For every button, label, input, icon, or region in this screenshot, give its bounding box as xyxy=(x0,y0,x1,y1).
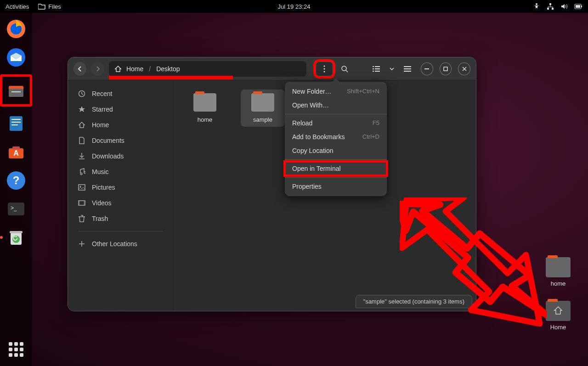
sidebar-item-label: Other Locations xyxy=(92,240,137,248)
svg-point-28 xyxy=(323,68,325,69)
svg-point-30 xyxy=(342,66,346,71)
svg-point-44 xyxy=(80,186,81,187)
accessibility-icon[interactable] xyxy=(533,3,540,10)
svg-rect-32 xyxy=(375,66,380,67)
top-panel: Activities Files Jul 19 23:24 xyxy=(0,0,588,13)
svg-rect-5 xyxy=(576,5,580,8)
menu-item-add-bookmark[interactable]: Add to BookmarksCtrl+D xyxy=(285,130,387,144)
sidebar-item-downloads[interactable]: Downloads xyxy=(72,148,170,164)
dock-trash[interactable] xyxy=(5,226,28,249)
menu-item-label: Properties xyxy=(292,183,322,190)
sidebar-item-recent[interactable]: Recent xyxy=(72,86,170,101)
dock-thunderbird[interactable] xyxy=(5,46,28,69)
folder-icon xyxy=(546,257,571,277)
svg-text:A: A xyxy=(13,149,19,157)
menu-item-reload[interactable]: ReloadF5 xyxy=(285,116,387,130)
svg-point-0 xyxy=(536,3,537,5)
sidebar-item-label: Trash xyxy=(92,215,108,222)
path-separator: / xyxy=(149,65,151,73)
sidebar-item-label: Home xyxy=(92,121,109,129)
sidebar-item-trash[interactable]: Trash xyxy=(72,211,170,226)
sidebar-item-label: Music xyxy=(92,168,109,175)
clock[interactable]: Jul 19 23:24 xyxy=(278,3,311,10)
dock-firefox[interactable] xyxy=(5,17,28,40)
list-view-button[interactable] xyxy=(369,62,383,76)
desktop-icons: home Home xyxy=(542,257,574,331)
desktop-icon-home-link[interactable]: Home xyxy=(542,301,574,331)
path-segment-home[interactable]: Home xyxy=(126,65,143,73)
dock-software[interactable]: A xyxy=(5,141,28,163)
dock-terminal[interactable]: >_ xyxy=(5,197,28,220)
svg-rect-12 xyxy=(11,91,21,92)
svg-rect-31 xyxy=(373,66,374,67)
sidebar-item-home[interactable]: Home xyxy=(72,117,170,133)
menu-separator xyxy=(285,159,387,160)
sidebar-item-music[interactable]: Music xyxy=(72,164,170,180)
back-button[interactable] xyxy=(74,62,86,76)
desktop-icon-home-folder[interactable]: home xyxy=(542,257,574,287)
file-item-home[interactable]: home xyxy=(183,90,227,127)
menu-item-label: Copy Location xyxy=(292,147,334,154)
dock-files[interactable] xyxy=(0,74,32,107)
menu-item-copy-location[interactable]: Copy Location xyxy=(285,144,387,158)
headerbar: Home / Desktop xyxy=(68,57,476,80)
menu-item-label: Open in Terminal xyxy=(292,165,341,172)
activities-button[interactable]: Activities xyxy=(6,3,29,10)
svg-rect-15 xyxy=(11,122,21,123)
svg-rect-34 xyxy=(375,68,380,69)
svg-text:>_: >_ xyxy=(11,205,17,211)
svg-rect-11 xyxy=(9,89,23,97)
desktop-icon-label: home xyxy=(551,280,566,287)
app-menu-label: Files xyxy=(48,3,61,10)
folder-icon xyxy=(38,3,45,10)
sidebar-item-label: Recent xyxy=(92,90,112,97)
svg-rect-46 xyxy=(79,201,80,205)
home-icon xyxy=(114,65,122,73)
volume-icon[interactable] xyxy=(560,3,568,10)
forward-button[interactable] xyxy=(91,62,104,76)
svg-rect-14 xyxy=(11,119,21,120)
hamburger-menu-button[interactable] xyxy=(401,62,414,76)
sidebar-item-documents[interactable]: Documents xyxy=(72,133,170,148)
svg-rect-16 xyxy=(11,124,18,125)
view-more-button[interactable] xyxy=(316,62,333,76)
sidebar-item-starred[interactable]: Starred xyxy=(72,101,170,117)
path-bar[interactable]: Home / Desktop xyxy=(109,61,306,77)
search-button[interactable] xyxy=(338,62,351,76)
sidebar-item-pictures[interactable]: Pictures xyxy=(72,180,170,195)
desktop-icon-label: Home xyxy=(550,324,566,331)
menu-item-accel: Shift+Ctrl+N xyxy=(347,88,379,95)
menu-item-label: Reload xyxy=(292,119,312,127)
menu-item-properties[interactable]: Properties xyxy=(285,180,387,193)
svg-rect-38 xyxy=(404,68,411,69)
show-applications-button[interactable] xyxy=(9,342,23,357)
menu-item-label: New Folder… xyxy=(292,88,332,95)
battery-icon[interactable] xyxy=(574,4,582,9)
menu-item-open-terminal[interactable]: Open in Terminal xyxy=(285,162,387,175)
svg-rect-40 xyxy=(424,68,429,69)
minimize-button[interactable] xyxy=(421,62,433,75)
folder-icon xyxy=(251,93,274,112)
network-icon[interactable] xyxy=(547,3,554,10)
svg-rect-41 xyxy=(444,67,447,71)
dock-writer[interactable] xyxy=(5,112,28,135)
dock-help[interactable]: ? xyxy=(5,169,28,192)
close-button[interactable] xyxy=(458,62,470,75)
view-dropdown-button[interactable] xyxy=(388,62,396,76)
svg-rect-36 xyxy=(375,71,380,72)
menu-item-new-folder[interactable]: New Folder…Shift+Ctrl+N xyxy=(285,84,387,98)
svg-rect-47 xyxy=(84,201,85,205)
file-item-sample[interactable]: sample xyxy=(241,90,285,127)
sidebar-item-other-locations[interactable]: Other Locations xyxy=(72,236,170,252)
menu-item-accel: Ctrl+D xyxy=(362,133,379,141)
menu-item-open-with[interactable]: Open With… xyxy=(285,98,387,112)
menu-item-label: Add to Bookmarks xyxy=(292,133,345,141)
sidebar-item-label: Documents xyxy=(92,137,124,144)
svg-point-27 xyxy=(323,65,325,67)
path-segment-current[interactable]: Desktop xyxy=(156,65,180,73)
sidebar-divider xyxy=(78,231,163,231)
sidebar-item-label: Downloads xyxy=(92,152,124,160)
maximize-button[interactable] xyxy=(440,62,452,75)
app-menu[interactable]: Files xyxy=(38,3,61,10)
sidebar-item-videos[interactable]: Videos xyxy=(72,195,170,211)
